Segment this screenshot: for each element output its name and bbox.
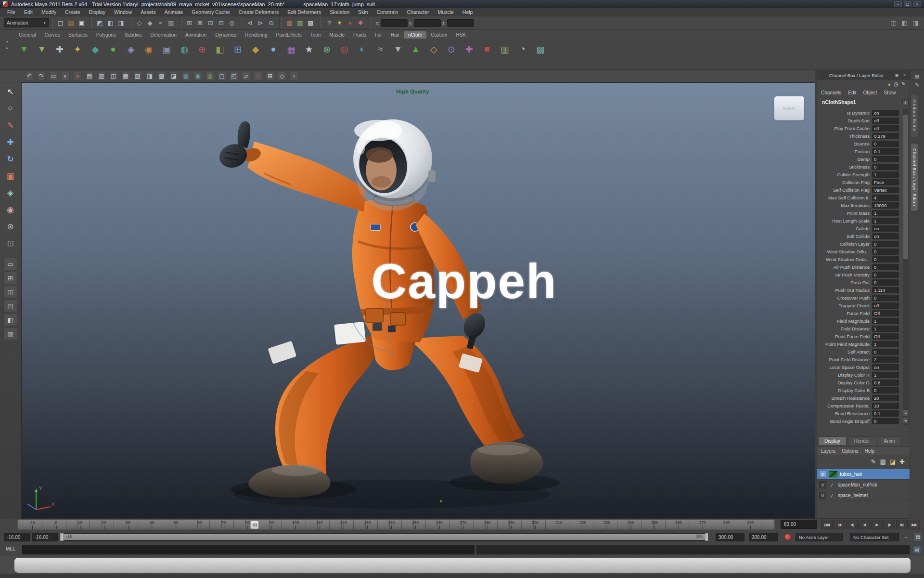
attribute-value-field[interactable]: on [872, 364, 899, 370]
statusline-divider[interactable] [279, 18, 282, 28]
menu-item[interactable]: Skeleton [325, 8, 354, 16]
grid-toggle-icon[interactable]: ⊞ [266, 72, 274, 80]
menu-item[interactable]: Help [458, 8, 477, 16]
channel-attribute-row[interactable]: Max Iterations 10000 [817, 201, 903, 209]
statusline-divider[interactable] [179, 18, 181, 28]
attribute-value-field[interactable]: on [872, 110, 899, 116]
coordinate-input[interactable] [381, 19, 408, 27]
panel-menu-collapse-icon[interactable]: ‹ [290, 72, 298, 80]
shelf-tab[interactable]: Rendering [241, 31, 271, 39]
display-input-mesh-icon[interactable]: ◈ [124, 42, 138, 56]
channel-box-menu-item[interactable]: Object [863, 90, 877, 95]
close-panel-icon[interactable]: × [901, 72, 908, 79]
nconstraint-transform-icon[interactable]: ✦ [71, 42, 84, 56]
attribute-value-field[interactable]: 0 [872, 241, 899, 247]
open-scene-icon[interactable]: ▤ [66, 18, 76, 27]
channel-attribute-row[interactable]: Thickness 0.279 [817, 132, 903, 140]
force-field-icon[interactable]: ✚ [462, 42, 476, 56]
channel-settings-icon[interactable]: ✎ [901, 81, 906, 87]
attribute-value-field[interactable]: Off [872, 333, 899, 340]
channel-attribute-row[interactable]: Friction 0.1 [817, 147, 903, 155]
nparticle-emit-icon[interactable]: ● [267, 42, 280, 56]
shelf-tab[interactable]: Hair [386, 31, 404, 39]
channel-attribute-row[interactable]: Display Color R 1 [817, 371, 903, 379]
scroll-up-icon[interactable]: ▲ [902, 99, 909, 105]
anim-layer-selector[interactable]: No Anim Layer [796, 533, 843, 541]
snap-to-planes-icon[interactable]: ⊟ [217, 18, 226, 27]
layer-editor-tab[interactable]: Anim [878, 436, 901, 445]
attribute-value-field[interactable]: 2 [872, 356, 899, 363]
command-result-field[interactable] [476, 545, 910, 554]
attribute-value-field[interactable]: 0 [872, 295, 899, 301]
statusline-divider[interactable] [90, 18, 92, 28]
layer-editor-tab[interactable]: Render [848, 436, 876, 445]
attribute-value-field[interactable]: off [872, 302, 899, 309]
statusline-divider[interactable] [129, 18, 131, 28]
four-pane-layout-icon[interactable]: ▥ [97, 72, 106, 80]
four-view-layout-icon[interactable]: ⊞ [3, 272, 18, 284]
single-pane-layout-icon[interactable]: ▤ [85, 72, 94, 80]
attribute-value-field[interactable]: 0.8 [872, 380, 899, 386]
step-forward-frame-button[interactable]: ▶| [896, 520, 908, 529]
channel-attribute-row[interactable]: Point Field Distance 2 [817, 355, 903, 363]
display-layer-row[interactable]: V ∕ spaceMan_noPick [817, 480, 910, 490]
channel-attribute-row[interactable]: Force Field Off [817, 309, 903, 317]
menu-item[interactable]: Skin [354, 8, 372, 16]
attribute-value-field[interactable]: 1 [872, 218, 899, 224]
statusline-divider[interactable] [369, 18, 371, 28]
maximize-button[interactable]: ▢ [904, 1, 911, 7]
new-empty-layer-icon[interactable]: ▤ [880, 458, 886, 465]
shelf-tab[interactable]: HSK [451, 31, 470, 39]
pin-panel-icon[interactable]: ◉ [894, 72, 900, 79]
channel-attribute-row[interactable]: Stickiness 0 [817, 163, 903, 171]
shelf-tab[interactable]: Polygons [92, 31, 120, 39]
paint-effects-icon[interactable]: ✱ [356, 18, 365, 27]
scroll-down-arrow[interactable]: ▼ [903, 417, 909, 424]
menu-item[interactable]: Create [61, 8, 85, 16]
range-end-handle[interactable] [705, 533, 708, 541]
attribute-value-field[interactable]: 0 [872, 279, 899, 286]
rest-shape-icon[interactable]: ▲ [409, 42, 423, 56]
make-live-icon[interactable]: ◎ [227, 18, 236, 27]
sidebar-vertical-tab[interactable]: Channel Box / Layer Editor [911, 143, 918, 212]
current-time-field[interactable]: 83.00 [781, 520, 817, 529]
channel-attribute-row[interactable]: Play From Cache off [817, 124, 903, 132]
menu-item[interactable]: Constrain [372, 8, 402, 16]
timeline-ruler[interactable]: 83 -100102030405060708090100110120130140… [17, 519, 775, 530]
shelf-tab[interactable]: nCloth [404, 31, 426, 39]
menu-item[interactable]: Edit Deformers [283, 8, 325, 16]
coordinate-input[interactable] [447, 19, 474, 27]
attribute-value-field[interactable]: Face [872, 179, 899, 185]
mesh-collide-icon[interactable]: ▥ [498, 42, 512, 56]
channel-attribute-row[interactable]: Bounce 0 [817, 140, 903, 147]
menu-set-selector[interactable]: Animation ▼ [4, 18, 49, 27]
persp-graph-layout-icon[interactable]: ▦ [121, 72, 130, 80]
attribute-value-field[interactable]: Vertex [872, 187, 899, 193]
render-view-layout-icon[interactable]: ▩ [157, 72, 166, 80]
script-editor-icon[interactable]: ▤ [912, 545, 921, 554]
attribute-value-field[interactable]: 0 [872, 264, 899, 270]
attribute-value-field[interactable]: 1 [872, 326, 899, 332]
channel-attribute-row[interactable]: Crossover Push 0 [817, 294, 903, 302]
channel-attribute-row[interactable]: Wind Shadow Diffu... 0 [817, 248, 903, 255]
shelf-tab[interactable]: Dynamics [211, 31, 241, 39]
persp-outliner-layout-icon[interactable]: ◫ [3, 286, 18, 298]
channel-attribute-row[interactable]: Display Color G 0.8 [817, 379, 903, 386]
select-hierarchy-icon[interactable]: ◩ [95, 18, 104, 27]
statusline-divider[interactable] [319, 18, 321, 28]
range-slider[interactable]: -16 300 [60, 533, 709, 541]
nconstraint-component-icon[interactable]: ✚ [53, 42, 66, 56]
attribute-value-field[interactable]: 0 [872, 387, 899, 394]
attribute-value-field[interactable]: off [872, 118, 899, 124]
scroll-up-arrow[interactable]: ▲ [903, 409, 909, 416]
play-forwards-button[interactable]: ▶ [871, 520, 883, 529]
keyframe-dot-icon[interactable]: ● [73, 72, 82, 80]
isolate-select-icon[interactable]: ◐ [61, 72, 70, 80]
shelf-tab[interactable]: Fluids [349, 31, 371, 39]
shelf-tab[interactable]: Surfaces [64, 31, 91, 39]
layer-texture-swatch[interactable] [829, 471, 837, 477]
channel-attribute-row[interactable]: Collide Strength 1 [817, 171, 903, 178]
channel-attribute-row[interactable]: Point Field Magnitude 1 [817, 340, 903, 348]
attribute-value-field[interactable]: 20 [872, 395, 899, 401]
attribute-value-field[interactable]: 0 [872, 249, 899, 255]
